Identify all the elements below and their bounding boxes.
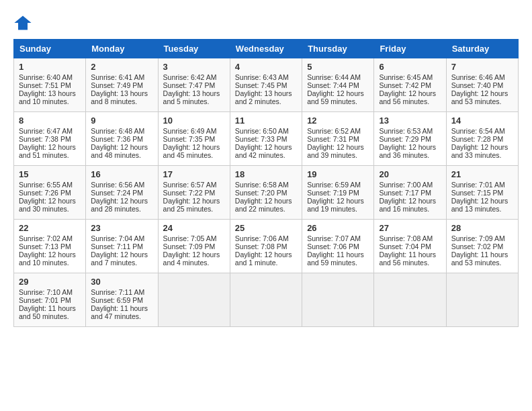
sunrise-label: Sunrise: 6:49 AM (163, 127, 217, 135)
sunrise-label: Sunrise: 7:10 AM (19, 288, 73, 296)
sunrise-label: Sunrise: 6:46 AM (451, 73, 505, 81)
calendar-week-row: 15 Sunrise: 6:55 AM Sunset: 7:26 PM Dayl… (14, 166, 519, 220)
calendar-cell: 23 Sunrise: 7:04 AM Sunset: 7:11 PM Dayl… (86, 220, 158, 273)
day-number: 23 (91, 223, 152, 233)
sunset-label: Sunset: 7:40 PM (451, 81, 504, 89)
calendar-week-row: 22 Sunrise: 7:02 AM Sunset: 7:13 PM Dayl… (14, 220, 519, 273)
day-number: 12 (307, 116, 369, 126)
daylight-label: Daylight: 12 hours and 16 minutes. (379, 197, 436, 213)
weekday-header-tuesday: Tuesday (158, 40, 230, 58)
sunrise-label: Sunrise: 6:58 AM (235, 181, 289, 189)
sunrise-label: Sunrise: 6:59 AM (307, 181, 361, 189)
calendar-cell: 24 Sunrise: 7:05 AM Sunset: 7:09 PM Dayl… (158, 220, 230, 273)
day-number: 6 (379, 62, 441, 72)
sunset-label: Sunset: 7:47 PM (163, 81, 216, 89)
sunrise-label: Sunrise: 6:40 AM (19, 73, 73, 81)
day-number: 9 (91, 116, 152, 126)
sunset-label: Sunset: 7:09 PM (163, 242, 216, 250)
calendar-cell: 28 Sunrise: 7:09 AM Sunset: 7:02 PM Dayl… (446, 220, 518, 273)
calendar-cell: 20 Sunrise: 7:00 AM Sunset: 7:17 PM Dayl… (374, 166, 446, 220)
day-number: 15 (19, 169, 81, 179)
sunset-label: Sunset: 7:35 PM (163, 135, 216, 143)
calendar-cell: 16 Sunrise: 6:56 AM Sunset: 7:24 PM Dayl… (86, 166, 158, 220)
sunset-label: Sunset: 7:42 PM (379, 81, 431, 89)
calendar-cell: 9 Sunrise: 6:48 AM Sunset: 7:36 PM Dayli… (86, 112, 158, 166)
calendar-cell (302, 273, 374, 327)
daylight-label: Daylight: 11 hours and 53 minutes. (451, 250, 508, 267)
day-number: 10 (163, 116, 225, 126)
calendar-week-row: 1 Sunrise: 6:40 AM Sunset: 7:51 PM Dayli… (14, 58, 519, 112)
sunset-label: Sunset: 7:49 PM (91, 81, 143, 89)
daylight-label: Daylight: 12 hours and 28 minutes. (91, 197, 148, 213)
sunrise-label: Sunrise: 6:41 AM (91, 73, 144, 81)
sunrise-label: Sunrise: 6:47 AM (19, 127, 73, 135)
daylight-label: Daylight: 12 hours and 51 minutes. (19, 143, 76, 159)
sunrise-label: Sunrise: 6:44 AM (307, 73, 361, 81)
calendar-cell: 3 Sunrise: 6:42 AM Sunset: 7:47 PM Dayli… (158, 58, 230, 112)
daylight-label: Daylight: 12 hours and 25 minutes. (163, 197, 220, 213)
day-number: 4 (235, 62, 297, 72)
logo-icon (13, 13, 32, 32)
header (13, 13, 519, 32)
sunset-label: Sunset: 7:36 PM (91, 135, 143, 143)
daylight-label: Daylight: 11 hours and 56 minutes. (379, 250, 436, 267)
calendar-cell: 8 Sunrise: 6:47 AM Sunset: 7:38 PM Dayli… (14, 112, 86, 166)
sunrise-label: Sunrise: 7:05 AM (163, 234, 217, 242)
daylight-label: Daylight: 11 hours and 59 minutes. (307, 250, 364, 267)
day-number: 3 (163, 62, 225, 72)
sunset-label: Sunset: 7:17 PM (379, 189, 431, 197)
day-number: 19 (307, 169, 369, 179)
day-number: 28 (451, 223, 513, 233)
calendar-cell: 5 Sunrise: 6:44 AM Sunset: 7:44 PM Dayli… (302, 58, 374, 112)
sunrise-label: Sunrise: 6:43 AM (235, 73, 289, 81)
weekday-header-saturday: Saturday (446, 40, 518, 58)
calendar-cell (158, 273, 230, 327)
day-number: 11 (235, 116, 297, 126)
sunset-label: Sunset: 7:08 PM (235, 242, 287, 250)
daylight-label: Daylight: 12 hours and 13 minutes. (451, 197, 508, 213)
day-number: 7 (451, 62, 513, 72)
sunset-label: Sunset: 6:59 PM (91, 296, 143, 304)
daylight-label: Daylight: 12 hours and 48 minutes. (91, 143, 148, 159)
weekday-header-row: SundayMondayTuesdayWednesdayThursdayFrid… (14, 40, 519, 58)
calendar-cell: 14 Sunrise: 6:54 AM Sunset: 7:28 PM Dayl… (446, 112, 518, 166)
calendar-cell: 22 Sunrise: 7:02 AM Sunset: 7:13 PM Dayl… (14, 220, 86, 273)
daylight-label: Daylight: 12 hours and 56 minutes. (379, 89, 436, 105)
calendar-cell: 7 Sunrise: 6:46 AM Sunset: 7:40 PM Dayli… (446, 58, 518, 112)
calendar-cell: 2 Sunrise: 6:41 AM Sunset: 7:49 PM Dayli… (86, 58, 158, 112)
sunrise-label: Sunrise: 7:01 AM (451, 181, 505, 189)
day-number: 14 (451, 116, 513, 126)
sunrise-label: Sunrise: 7:11 AM (91, 288, 144, 296)
day-number: 8 (19, 116, 81, 126)
weekday-header-monday: Monday (86, 40, 158, 58)
sunset-label: Sunset: 7:22 PM (163, 189, 216, 197)
calendar-week-row: 8 Sunrise: 6:47 AM Sunset: 7:38 PM Dayli… (14, 112, 519, 166)
sunset-label: Sunset: 7:24 PM (91, 189, 143, 197)
sunset-label: Sunset: 7:44 PM (307, 81, 359, 89)
sunrise-label: Sunrise: 7:04 AM (91, 234, 144, 242)
day-number: 17 (163, 169, 225, 179)
calendar-cell: 11 Sunrise: 6:50 AM Sunset: 7:33 PM Dayl… (230, 112, 302, 166)
sunset-label: Sunset: 7:15 PM (451, 189, 504, 197)
sunrise-label: Sunrise: 7:06 AM (235, 234, 289, 242)
calendar-cell: 29 Sunrise: 7:10 AM Sunset: 7:01 PM Dayl… (14, 273, 86, 327)
sunrise-label: Sunrise: 7:00 AM (379, 181, 433, 189)
daylight-label: Daylight: 13 hours and 5 minutes. (163, 89, 220, 105)
sunset-label: Sunset: 7:11 PM (91, 242, 143, 250)
calendar-table: SundayMondayTuesdayWednesdayThursdayFrid… (13, 39, 519, 327)
sunrise-label: Sunrise: 6:54 AM (451, 127, 505, 135)
day-number: 1 (19, 62, 81, 72)
calendar-cell: 10 Sunrise: 6:49 AM Sunset: 7:35 PM Dayl… (158, 112, 230, 166)
sunset-label: Sunset: 7:26 PM (19, 189, 71, 197)
sunset-label: Sunset: 7:38 PM (19, 135, 71, 143)
daylight-label: Daylight: 12 hours and 10 minutes. (19, 250, 76, 267)
sunset-label: Sunset: 7:04 PM (379, 242, 431, 250)
daylight-label: Daylight: 12 hours and 53 minutes. (451, 89, 508, 105)
sunrise-label: Sunrise: 6:48 AM (91, 127, 144, 135)
day-number: 16 (91, 169, 152, 179)
calendar-cell (446, 273, 518, 327)
daylight-label: Daylight: 11 hours and 47 minutes. (91, 304, 148, 320)
day-number: 30 (91, 277, 152, 287)
daylight-label: Daylight: 13 hours and 8 minutes. (91, 89, 148, 105)
calendar-cell: 1 Sunrise: 6:40 AM Sunset: 7:51 PM Dayli… (14, 58, 86, 112)
